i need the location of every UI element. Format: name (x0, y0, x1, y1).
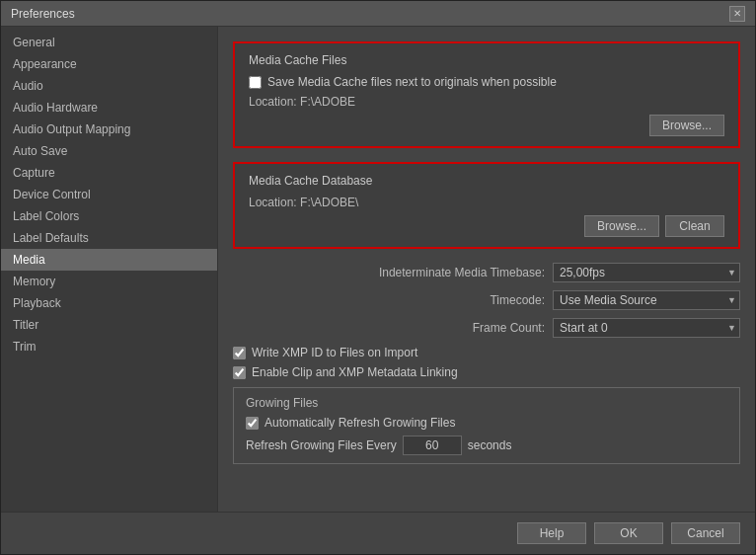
timecode-row: Timecode: Use Media Source (233, 290, 740, 310)
timecode-label: Timecode: (367, 293, 545, 307)
media-cache-database-section: Media Cache Database Location: F:\ADOBE\… (233, 162, 740, 249)
enable-clip-xmp-row: Enable Clip and XMP Metadata Linking (233, 365, 740, 379)
save-media-cache-label: Save Media Cache files next to originals… (267, 75, 557, 89)
media-cache-files-title: Media Cache Files (249, 53, 724, 67)
auto-refresh-label: Automatically Refresh Growing Files (265, 416, 455, 430)
save-media-cache-checkbox-row: Save Media Cache files next to originals… (249, 75, 724, 89)
write-xmp-checkbox[interactable] (233, 347, 246, 359)
sidebar-item-label-defaults[interactable]: Label Defaults (1, 227, 217, 249)
sidebar-item-audio-output-mapping[interactable]: Audio Output Mapping (1, 119, 217, 140)
media-cache-db-clean-button[interactable]: Clean (665, 215, 724, 237)
sidebar-item-memory[interactable]: Memory (1, 271, 217, 292)
frame-count-select[interactable]: Start at 0 (553, 318, 740, 338)
media-cache-db-browse-button[interactable]: Browse... (584, 215, 659, 237)
media-cache-browse-row: Browse... (249, 115, 724, 136)
write-xmp-label: Write XMP ID to Files on Import (252, 346, 417, 359)
sidebar-item-audio-hardware[interactable]: Audio Hardware (1, 97, 217, 119)
sidebar-item-media[interactable]: Media (1, 249, 217, 271)
sidebar-item-audio[interactable]: Audio (1, 75, 217, 97)
sidebar-item-general[interactable]: General (1, 32, 217, 53)
save-media-cache-checkbox[interactable] (249, 76, 262, 89)
frame-count-select-wrapper: Start at 0 (553, 318, 740, 338)
media-cache-files-section: Media Cache Files Save Media Cache files… (233, 41, 740, 148)
sidebar-item-appearance[interactable]: Appearance (1, 53, 217, 75)
auto-refresh-checkbox[interactable] (246, 417, 259, 430)
sidebar-item-titler[interactable]: Titler (1, 314, 217, 336)
indeterminate-timebase-row: Indeterminate Media Timebase: 25,00fps (233, 263, 740, 282)
dialog-footer: Help OK Cancel (1, 512, 755, 554)
help-button[interactable]: Help (517, 522, 586, 544)
sidebar-item-auto-save[interactable]: Auto Save (1, 140, 217, 162)
media-cache-location-label: Location: (249, 95, 297, 109)
sidebar-item-playback[interactable]: Playback (1, 292, 217, 314)
media-cache-db-location-label: Location: (249, 196, 297, 209)
sidebar-item-trim[interactable]: Trim (1, 336, 217, 357)
growing-files-section: Growing Files Automatically Refresh Grow… (233, 387, 740, 464)
refresh-label: Refresh Growing Files Every (246, 438, 397, 452)
sidebar-item-device-control[interactable]: Device Control (1, 184, 217, 205)
enable-clip-xmp-label: Enable Clip and XMP Metadata Linking (252, 365, 458, 379)
write-xmp-row: Write XMP ID to Files on Import (233, 346, 740, 359)
timecode-select-wrapper: Use Media Source (553, 290, 740, 310)
frame-count-label: Frame Count: (367, 321, 545, 335)
indeterminate-timebase-select[interactable]: 25,00fps (553, 263, 740, 282)
timecode-select[interactable]: Use Media Source (553, 290, 740, 310)
sidebar: GeneralAppearanceAudioAudio HardwareAudi… (1, 27, 218, 512)
refresh-row: Refresh Growing Files Every seconds (246, 436, 727, 455)
sidebar-item-capture[interactable]: Capture (1, 162, 217, 184)
media-cache-db-button-row: Browse... Clean (249, 215, 724, 237)
sidebar-item-label-colors[interactable]: Label Colors (1, 205, 217, 227)
media-cache-location-row: Location: F:\ADOBE (249, 95, 724, 109)
media-cache-location-value: F:\ADOBE (300, 95, 355, 109)
ok-button[interactable]: OK (594, 522, 663, 544)
media-cache-db-location-value: F:\ADOBE\ (300, 196, 358, 209)
media-cache-db-location-row: Location: F:\ADOBE\ (249, 196, 724, 209)
auto-refresh-row: Automatically Refresh Growing Files (246, 416, 727, 430)
media-cache-browse-button[interactable]: Browse... (649, 115, 724, 136)
dialog-title: Preferences (11, 7, 75, 21)
main-panel: Media Cache Files Save Media Cache files… (218, 27, 755, 512)
indeterminate-timebase-select-wrapper: 25,00fps (553, 263, 740, 282)
frame-count-row: Frame Count: Start at 0 (233, 318, 740, 338)
close-button[interactable]: ✕ (729, 6, 745, 22)
preferences-dialog: Preferences ✕ GeneralAppearanceAudioAudi… (0, 0, 756, 555)
growing-files-title: Growing Files (246, 396, 727, 410)
title-bar: Preferences ✕ (1, 1, 755, 27)
indeterminate-timebase-label: Indeterminate Media Timebase: (367, 266, 545, 279)
media-cache-database-title: Media Cache Database (249, 174, 724, 188)
seconds-label: seconds (468, 438, 512, 452)
refresh-input[interactable] (403, 436, 462, 455)
enable-clip-xmp-checkbox[interactable] (233, 366, 246, 379)
cancel-button[interactable]: Cancel (671, 522, 740, 544)
dialog-content: GeneralAppearanceAudioAudio HardwareAudi… (1, 27, 755, 512)
